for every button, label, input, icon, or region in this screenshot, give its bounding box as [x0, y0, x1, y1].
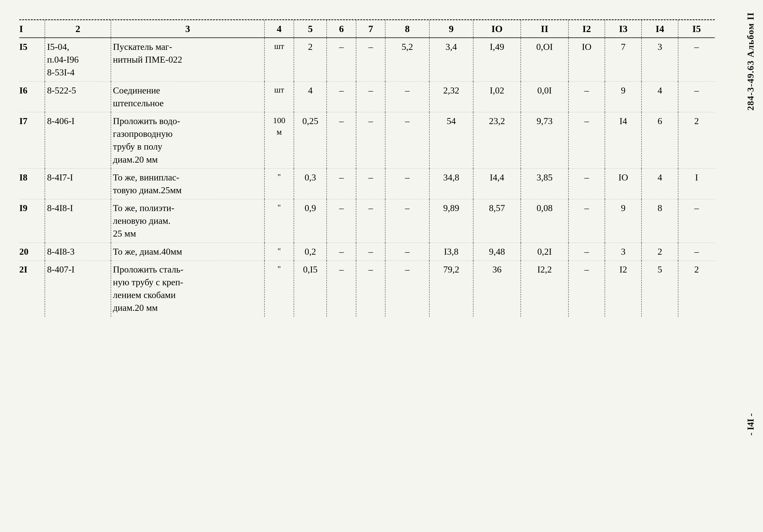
cell-row5-col12: 3 [605, 243, 641, 260]
cell-row3-col0: I8 [19, 168, 45, 199]
cell-row6-col8: 79,2 [429, 260, 473, 316]
table-row: I88-4I7-IТо же, виниплас-товую диам.25мм… [19, 168, 715, 199]
cell-row3-col2: То же, виниплас-товую диам.25мм [111, 168, 265, 199]
cell-row4-col5: – [327, 199, 356, 243]
cell-row6-col5: – [327, 260, 356, 316]
cell-row6-col10: I2,2 [521, 260, 568, 316]
cell-row5-col1: 8-4I8-3 [45, 243, 111, 260]
cell-row0-col12: 7 [605, 38, 641, 82]
cell-row5-col14: – [678, 243, 715, 260]
cell-row1-col14: – [678, 81, 715, 112]
table-header-row: I 2 3 4 5 6 7 8 9 IO II I2 I3 I4 I5 [19, 20, 715, 38]
cell-row3-col9: I4,4 [473, 168, 521, 199]
cell-row0-col2: Пускатель маг-нитный ПМЕ-022 [111, 38, 265, 82]
cell-row5-col3: " [265, 243, 294, 260]
cell-row6-col14: 2 [678, 260, 715, 316]
cell-row4-col13: 8 [641, 199, 678, 243]
cell-row4-col11: – [569, 199, 605, 243]
cell-row4-col8: 9,89 [429, 199, 473, 243]
cell-row6-col12: I2 [605, 260, 641, 316]
cell-row3-col10: 3,85 [521, 168, 568, 199]
cell-row5-col2: То же, диам.40мм [111, 243, 265, 260]
cell-row5-col5: – [327, 243, 356, 260]
cell-row0-col0: I5 [19, 38, 45, 82]
cell-row3-col8: 34,8 [429, 168, 473, 199]
cell-row2-col10: 9,73 [521, 112, 568, 168]
cell-row4-col12: 9 [605, 199, 641, 243]
table-row: I98-4I8-IТо же, полиэти-леновую диам.25 … [19, 199, 715, 243]
cell-row0-col6: – [356, 38, 385, 82]
vertical-label-top: 284-3-49.63 Альбом II [745, 12, 756, 111]
cell-row1-col1: 8-522-5 [45, 81, 111, 112]
cell-row2-col13: 6 [641, 112, 678, 168]
cell-row1-col0: I6 [19, 81, 45, 112]
cell-row2-col14: 2 [678, 112, 715, 168]
cell-row5-col10: 0,2I [521, 243, 568, 260]
cell-row3-col12: IO [605, 168, 641, 199]
cell-row4-col0: I9 [19, 199, 45, 243]
header-col8: 8 [385, 20, 429, 38]
header-col1: I [19, 20, 45, 38]
header-col9: 9 [429, 20, 473, 38]
cell-row5-col8: I3,8 [429, 243, 473, 260]
header-col5: 5 [294, 20, 327, 38]
table-wrapper: I 2 3 4 5 6 7 8 9 IO II I2 I3 I4 I5 [19, 19, 715, 317]
cell-row3-col1: 8-4I7-I [45, 168, 111, 199]
vertical-label-bottom: - I4I - [745, 413, 756, 436]
cell-row0-col9: I,49 [473, 38, 521, 82]
cell-row5-col0: 20 [19, 243, 45, 260]
cell-row1-col7: – [385, 81, 429, 112]
cell-row0-col13: 3 [641, 38, 678, 82]
table-row: I5I5-04,п.04-I968-53I-4Пускатель маг-нит… [19, 38, 715, 82]
cell-row5-col4: 0,2 [294, 243, 327, 260]
cell-row5-col7: – [385, 243, 429, 260]
cell-row4-col14: – [678, 199, 715, 243]
header-col13: I3 [605, 20, 641, 38]
header-col6: 6 [327, 20, 356, 38]
table-row: I78-406-IПроложить водо-газопроводнуютру… [19, 112, 715, 168]
cell-row4-col9: 8,57 [473, 199, 521, 243]
table-row: I68-522-5Соединениештепсельноешт4–––2,32… [19, 81, 715, 112]
cell-row6-col1: 8-407-I [45, 260, 111, 316]
cell-row2-col12: I4 [605, 112, 641, 168]
cell-row6-col7: – [385, 260, 429, 316]
cell-row4-col2: То же, полиэти-леновую диам.25 мм [111, 199, 265, 243]
header-col2: 2 [45, 20, 111, 38]
cell-row0-col1: I5-04,п.04-I968-53I-4 [45, 38, 111, 82]
cell-row3-col4: 0,3 [294, 168, 327, 199]
cell-row1-col8: 2,32 [429, 81, 473, 112]
cell-row2-col1: 8-406-I [45, 112, 111, 168]
header-col15: I5 [678, 20, 715, 38]
cell-row3-col5: – [327, 168, 356, 199]
header-col4: 4 [265, 20, 294, 38]
cell-row6-col6: – [356, 260, 385, 316]
cell-row1-col13: 4 [641, 81, 678, 112]
header-col10: IO [473, 20, 521, 38]
cell-row4-col1: 8-4I8-I [45, 199, 111, 243]
cell-row5-col6: – [356, 243, 385, 260]
header-col3: 3 [111, 20, 265, 38]
header-col11: II [521, 20, 568, 38]
table-row: 208-4I8-3То же, диам.40мм"0,2–––I3,89,48… [19, 243, 715, 260]
cell-row4-col3: " [265, 199, 294, 243]
cell-row1-col4: 4 [294, 81, 327, 112]
cell-row4-col10: 0,08 [521, 199, 568, 243]
header-col12: I2 [569, 20, 605, 38]
header-col14: I4 [641, 20, 678, 38]
cell-row2-col4: 0,25 [294, 112, 327, 168]
cell-row2-col5: – [327, 112, 356, 168]
cell-row2-col6: – [356, 112, 385, 168]
cell-row1-col5: – [327, 81, 356, 112]
table-row: 2I8-407-IПроложить сталь-ную трубу с кре… [19, 260, 715, 316]
cell-row0-col5: – [327, 38, 356, 82]
cell-row3-col6: – [356, 168, 385, 199]
cell-row3-col7: – [385, 168, 429, 199]
cell-row5-col9: 9,48 [473, 243, 521, 260]
cell-row1-col2: Соединениештепсельное [111, 81, 265, 112]
cell-row2-col3: 100м [265, 112, 294, 168]
cell-row1-col10: 0,0I [521, 81, 568, 112]
cell-row6-col9: 36 [473, 260, 521, 316]
cell-row6-col2: Проложить сталь-ную трубу с креп-лением … [111, 260, 265, 316]
cell-row0-col11: IO [569, 38, 605, 82]
cell-row5-col13: 2 [641, 243, 678, 260]
